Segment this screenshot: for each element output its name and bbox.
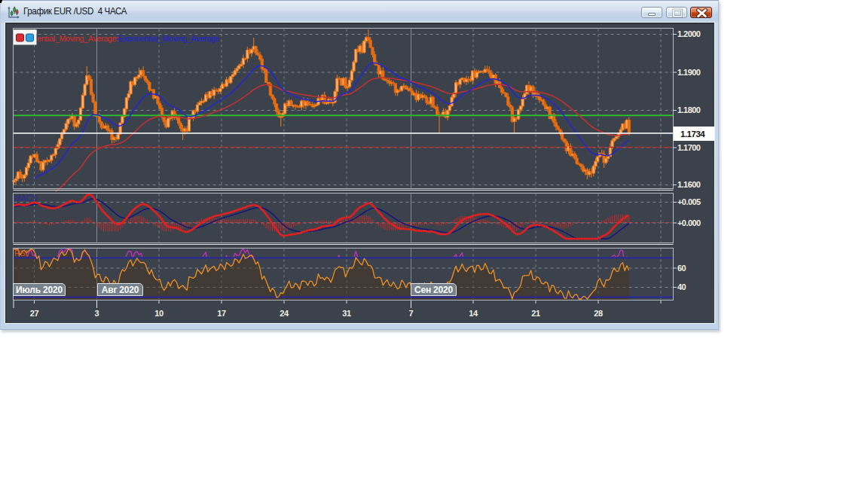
svg-text:31: 31 [342,309,351,318]
svg-text:24: 24 [280,309,289,318]
svg-text:RSI: RSI [14,249,28,258]
svg-text:1.1700: 1.1700 [677,143,701,152]
svg-text:7: 7 [409,309,414,318]
svg-text:14: 14 [469,309,478,318]
svg-text:21: 21 [531,309,540,318]
svg-text:1.1600: 1.1600 [677,180,701,189]
svg-text:40: 40 [677,282,686,291]
svg-text:60: 60 [677,264,686,273]
svg-text:10: 10 [154,309,164,318]
svg-text:1.1900: 1.1900 [677,68,701,77]
svg-text:MACD: MACD [14,194,38,203]
svg-text:27: 27 [30,309,39,318]
svg-text:+0.005: +0.005 [677,197,701,206]
svg-text:Exponential_Moving_Average: Exponential_Moving_Average [118,34,219,43]
svg-text:ential_Moving_Average:: ential_Moving_Average: [37,34,118,43]
svg-text:1.1800: 1.1800 [677,105,701,114]
svg-text:1.2000: 1.2000 [677,29,701,38]
svg-text:3: 3 [95,309,99,318]
svg-text:17: 17 [217,309,226,318]
svg-text:1.1734: 1.1734 [680,130,705,139]
svg-text:28: 28 [594,309,603,318]
svg-text:+0.000: +0.000 [677,218,701,227]
